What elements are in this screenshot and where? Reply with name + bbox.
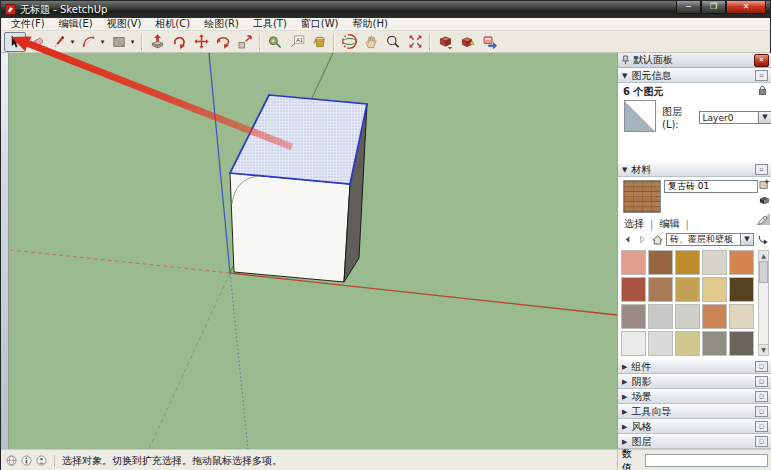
- material-name-input[interactable]: [664, 180, 758, 193]
- menu-item-4[interactable]: 绘图(R): [197, 17, 246, 31]
- get-models-tool-button[interactable]: [434, 32, 456, 52]
- material-swatch-4[interactable]: [729, 250, 754, 275]
- material-swatch-11[interactable]: [648, 304, 673, 329]
- section-4-header[interactable]: ▶风格◻: [618, 419, 771, 434]
- tab-select[interactable]: 选择: [622, 217, 646, 231]
- shapes-tool-button[interactable]: [108, 32, 130, 52]
- menu-item-2[interactable]: 视图(V): [100, 17, 149, 31]
- menu-item-3[interactable]: 相机(C): [148, 17, 197, 31]
- material-swatch-19[interactable]: [729, 331, 754, 356]
- material-swatch-14[interactable]: [729, 304, 754, 329]
- section-1-header[interactable]: ▶阴影◻: [618, 374, 771, 389]
- box-top-face-selected[interactable]: [230, 95, 367, 184]
- material-swatch-8[interactable]: [702, 277, 727, 302]
- scale-tool-button[interactable]: [234, 32, 256, 52]
- material-swatch-13[interactable]: [702, 304, 727, 329]
- home-icon[interactable]: [651, 234, 663, 246]
- text-tool-button[interactable]: A1: [286, 32, 308, 52]
- secondary-pane-icon[interactable]: [757, 234, 769, 246]
- measurements-input[interactable]: [645, 454, 768, 467]
- material-swatch-15[interactable]: [621, 331, 646, 356]
- material-swatch-3[interactable]: [702, 250, 727, 275]
- tape-tool-button[interactable]: [264, 32, 286, 52]
- user-icon[interactable]: [36, 455, 47, 466]
- orbit-tool-button[interactable]: [338, 32, 360, 52]
- entity-info-header[interactable]: ▼ 图元信息 ▫: [618, 68, 771, 83]
- create-material-icon[interactable]: [759, 179, 770, 192]
- material-swatch-9[interactable]: [729, 277, 754, 302]
- scrollbar-thumb[interactable]: [759, 261, 768, 283]
- rotate-tool-button[interactable]: [212, 32, 234, 52]
- share-model-tool-button[interactable]: [456, 32, 478, 52]
- section-collapse-button[interactable]: ◻: [755, 436, 768, 447]
- maximize-button[interactable]: ❐: [701, 1, 726, 14]
- material-swatch-2[interactable]: [675, 250, 700, 275]
- sample-paint-eyedropper-icon[interactable]: [757, 215, 768, 228]
- extension-warehouse-tool-button[interactable]: [478, 32, 500, 52]
- material-preview-thumbnail[interactable]: [623, 180, 661, 213]
- arc-dropdown-arrow[interactable]: ▾: [98, 38, 107, 46]
- back-arrow-icon[interactable]: [621, 234, 633, 246]
- layer-dropdown[interactable]: Layer0 ▼: [699, 111, 771, 124]
- shapes-dropdown-arrow[interactable]: ▾: [128, 38, 137, 46]
- material-swatch-10[interactable]: [621, 304, 646, 329]
- material-swatch-16[interactable]: [648, 331, 673, 356]
- lock-icon[interactable]: [758, 85, 767, 98]
- material-swatch-12[interactable]: [675, 304, 700, 329]
- material-swatch-18[interactable]: [702, 331, 727, 356]
- tray-close-icon[interactable]: ✕: [754, 54, 769, 67]
- chevron-down-icon[interactable]: ▼: [758, 112, 771, 123]
- section-collapse-button[interactable]: ◻: [755, 391, 768, 402]
- material-swatch-1[interactable]: [648, 250, 673, 275]
- zoom-extents-tool-button[interactable]: [404, 32, 426, 52]
- eraser-tool-button[interactable]: [26, 32, 48, 52]
- line-dropdown-arrow[interactable]: ▾: [68, 38, 77, 46]
- chevron-down-icon[interactable]: ▼: [740, 234, 753, 245]
- geolocation-icon[interactable]: [6, 455, 17, 466]
- material-swatch-17[interactable]: [675, 331, 700, 356]
- section-2-header[interactable]: ▶场景◻: [618, 389, 771, 404]
- section-0-header[interactable]: ▶组件◻: [618, 359, 771, 374]
- section-collapse-button[interactable]: ◻: [755, 361, 768, 372]
- material-swatch-7[interactable]: [675, 277, 700, 302]
- forward-arrow-icon[interactable]: [636, 234, 648, 246]
- tray-header[interactable]: 默认面板 ✕: [618, 53, 771, 68]
- line-tool-button[interactable]: [48, 32, 70, 52]
- scroll-down-icon[interactable]: ▼: [759, 344, 768, 355]
- section-3-header[interactable]: ▶工具向导◻: [618, 404, 771, 419]
- pin-icon[interactable]: [621, 55, 630, 65]
- menu-item-7[interactable]: 帮助(H): [346, 17, 395, 31]
- materials-header[interactable]: ▼ 材料 ▫: [618, 162, 771, 177]
- section-collapse-button[interactable]: ◻: [755, 421, 768, 432]
- menu-item-1[interactable]: 编辑(E): [52, 17, 100, 31]
- material-swatch-5[interactable]: [621, 277, 646, 302]
- axis-blue-dotted: [230, 273, 248, 449]
- materials-scrollbar[interactable]: ▲ ▼: [758, 250, 769, 356]
- drawing-canvas[interactable]: [1, 53, 617, 449]
- materials-collapse-button[interactable]: ▫: [755, 164, 768, 175]
- in-model-materials-icon[interactable]: [759, 195, 770, 208]
- material-swatch-6[interactable]: [648, 277, 673, 302]
- menu-item-6[interactable]: 窗口(W): [294, 17, 346, 31]
- menu-item-5[interactable]: 工具(T): [246, 17, 294, 31]
- close-button[interactable]: ✕: [726, 1, 766, 14]
- box-front-face[interactable]: [230, 173, 350, 282]
- pan-tool-button[interactable]: [360, 32, 382, 52]
- window-title: 无标题 - SketchUp: [20, 3, 676, 17]
- section-collapse-button[interactable]: ◻: [755, 376, 768, 387]
- pushpull-tool-button[interactable]: [146, 32, 168, 52]
- entity-info-collapse-button[interactable]: ▫: [755, 70, 768, 81]
- info-icon[interactable]: [21, 455, 32, 466]
- minimize-button[interactable]: ─: [676, 1, 701, 14]
- select-tool-button[interactable]: [4, 32, 26, 52]
- arc-tool-button[interactable]: [78, 32, 100, 52]
- move-tool-button[interactable]: [190, 32, 212, 52]
- paint-tool-button[interactable]: [308, 32, 330, 52]
- tab-edit[interactable]: 编辑: [657, 217, 681, 231]
- menu-item-0[interactable]: 文件(F): [4, 17, 52, 31]
- material-category-dropdown[interactable]: 砖、覆层和壁板 ▼: [666, 233, 754, 246]
- followme-tool-button[interactable]: [168, 32, 190, 52]
- zoom-tool-button[interactable]: [382, 32, 404, 52]
- section-collapse-button[interactable]: ◻: [755, 406, 768, 417]
- material-swatch-0[interactable]: [621, 250, 646, 275]
